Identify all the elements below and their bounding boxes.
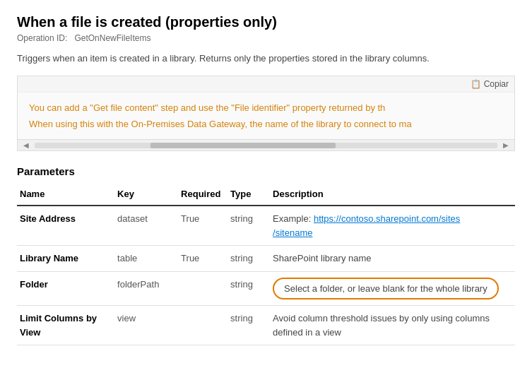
param-key: table bbox=[114, 246, 178, 272]
table-row: Library NametableTruestringSharePoint li… bbox=[17, 246, 515, 272]
col-header-required: Required bbox=[178, 184, 227, 206]
param-type: string bbox=[227, 306, 270, 345]
copy-bar: 📋 Copiar bbox=[18, 76, 514, 93]
param-name: Limit Columns by View bbox=[17, 306, 114, 345]
copy-button[interactable]: 📋 Copiar bbox=[471, 79, 509, 89]
description-text: Triggers when an item is created in a li… bbox=[17, 52, 515, 66]
info-line-1: You can add a "Get file content" step an… bbox=[29, 100, 503, 116]
param-description: Avoid column threshold issues by only us… bbox=[270, 306, 515, 345]
param-type: string bbox=[227, 271, 270, 306]
param-name: Folder bbox=[17, 271, 114, 306]
param-link[interactable]: https://contoso.sharepoint.com/sites/sit… bbox=[273, 213, 460, 238]
param-name: Library Name bbox=[17, 246, 114, 272]
param-required: True bbox=[178, 206, 227, 246]
parameters-section: Parameters Name Key Required Type Descri… bbox=[17, 165, 515, 345]
scroll-left-arrow[interactable]: ◀ bbox=[20, 141, 32, 149]
parameters-table: Name Key Required Type Description Site … bbox=[17, 184, 515, 345]
col-header-name: Name bbox=[17, 184, 114, 206]
param-key: view bbox=[114, 306, 178, 345]
copy-icon: 📋 bbox=[471, 79, 481, 89]
param-required: True bbox=[178, 246, 227, 272]
table-row: FolderfolderPathstringSelect a folder, o… bbox=[17, 271, 515, 306]
col-header-type: Type bbox=[227, 184, 270, 206]
param-required bbox=[178, 306, 227, 345]
col-header-description: Description bbox=[270, 184, 515, 206]
param-name: Site Address bbox=[17, 206, 114, 246]
scroll-track[interactable] bbox=[35, 143, 497, 148]
table-row: Limit Columns by ViewviewstringAvoid col… bbox=[17, 306, 515, 345]
param-type: string bbox=[227, 206, 270, 246]
parameters-label: Parameters bbox=[17, 165, 515, 177]
param-description: SharePoint library name bbox=[270, 246, 515, 272]
info-line-2: When using this with the On-Premises Dat… bbox=[29, 116, 503, 132]
highlighted-description: Select a folder, or leave blank for the … bbox=[273, 278, 499, 300]
param-required bbox=[178, 271, 227, 306]
page-title: When a file is created (properties only) bbox=[17, 14, 515, 30]
col-header-key: Key bbox=[114, 184, 178, 206]
scroll-right-arrow[interactable]: ▶ bbox=[500, 141, 512, 149]
info-box-content: You can add a "Get file content" step an… bbox=[18, 93, 514, 140]
param-description: Select a folder, or leave blank for the … bbox=[270, 271, 515, 306]
param-key: dataset bbox=[114, 206, 178, 246]
table-row: Site AddressdatasetTruestringExample: ht… bbox=[17, 206, 515, 246]
operation-id: Operation ID: GetOnNewFileItems bbox=[17, 33, 515, 43]
scroll-thumb bbox=[150, 143, 336, 148]
table-header-row: Name Key Required Type Description bbox=[17, 184, 515, 206]
param-description: Example: https://contoso.sharepoint.com/… bbox=[270, 206, 515, 246]
param-key: folderPath bbox=[114, 271, 178, 306]
param-type: string bbox=[227, 246, 270, 272]
horizontal-scrollbar[interactable]: ◀ ▶ bbox=[18, 139, 514, 150]
info-box: 📋 Copiar You can add a "Get file content… bbox=[17, 76, 515, 152]
